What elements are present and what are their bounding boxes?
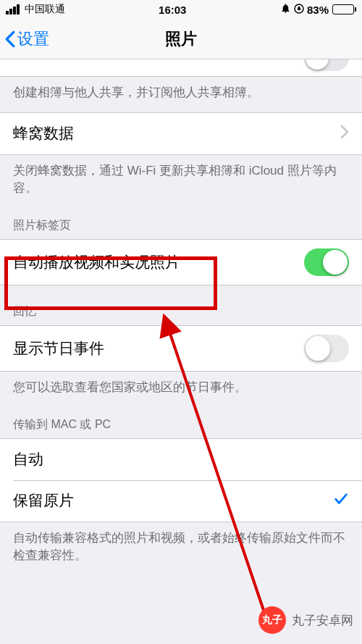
watermark-badge: 丸子 [258,606,286,634]
battery-percent: 83% [307,4,329,16]
transfer-keep-row[interactable]: 保留原片 [0,480,362,522]
holiday-events-row[interactable]: 显示节日事件 [0,326,362,371]
chevron-left-icon [4,30,16,48]
shared-albums-switch[interactable] [304,59,349,71]
status-right: 83% [280,3,356,17]
watermark: 丸子 丸子安卓网 [258,606,353,634]
page-title: 照片 [0,28,362,50]
holiday-label: 显示节日事件 [13,338,104,359]
checkmark-icon [333,491,349,510]
photos-tab-header: 照片标签页 [0,208,362,239]
holiday-switch[interactable] [304,335,349,362]
memories-footer: 您可以选取查看您国家或地区的节日事件。 [0,372,362,407]
shared-albums-footer: 创建相簿与他人共享，并订阅他人共享相簿。 [0,77,362,112]
photos-tab-group: 自动播放视频和实况照片 [0,239,362,285]
carrier-label: 中国联通 [25,3,65,16]
autoplay-label: 自动播放视频和实况照片 [13,252,180,272]
nav-bar: 设置 照片 [0,19,362,59]
settings-scroll[interactable]: 创建相簿与他人共享，并订阅他人共享相簿。 蜂窝数据 关闭蜂窝数据，通过 Wi-F… [0,59,362,644]
transfer-keep-label: 保留原片 [13,490,74,511]
status-bar: 中国联通 16:03 83% [0,0,362,19]
cellular-data-row[interactable]: 蜂窝数据 [0,113,362,154]
status-left: 中国联通 [6,3,65,16]
memories-header: 回忆 [0,285,362,325]
status-time: 16:03 [159,4,186,16]
back-label: 设置 [17,28,49,50]
shared-albums-row-partial[interactable] [0,59,362,77]
orientation-lock-icon [293,3,305,17]
transfer-group: 自动 保留原片 [0,438,362,522]
cellular-label: 蜂窝数据 [13,123,74,143]
alarm-icon [280,3,291,16]
autoplay-switch[interactable] [304,248,349,276]
watermark-text: 丸子安卓网 [292,612,353,629]
memories-group: 显示节日事件 [0,325,362,372]
chevron-right-icon [340,125,349,142]
cellular-footer: 关闭蜂窝数据，通过 Wi-Fi 更新共享相簿和 iCloud 照片等内容。 [0,155,362,208]
battery-icon [332,4,356,14]
back-button[interactable]: 设置 [0,28,49,50]
transfer-auto-row[interactable]: 自动 [0,439,362,480]
transfer-auto-label: 自动 [13,449,43,469]
signal-icon [6,4,20,14]
transfer-header: 传输到 MAC 或 PC [0,407,362,438]
autoplay-row[interactable]: 自动播放视频和实况照片 [0,240,362,285]
cellular-group: 蜂窝数据 [0,112,362,155]
transfer-footer: 自动传输兼容格式的照片和视频，或者始终传输原始文件而不检查兼容性。 [0,522,362,575]
